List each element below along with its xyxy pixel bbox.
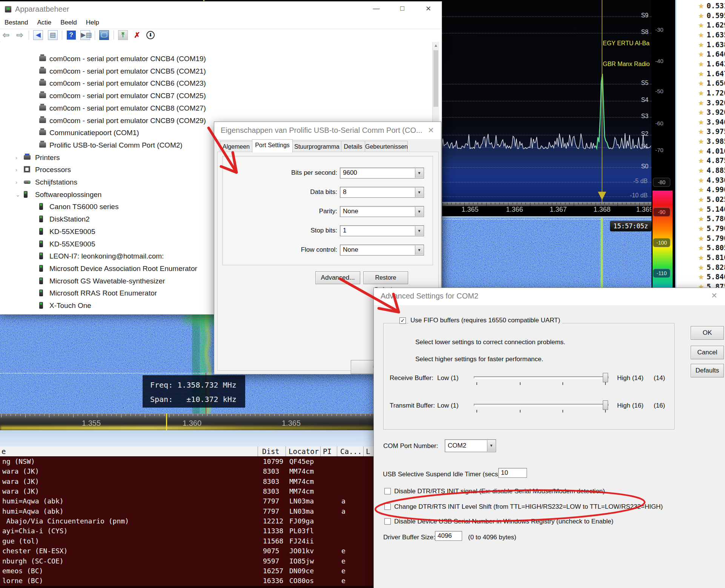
favorite-item[interactable]: ★0.531 [698, 2, 725, 11]
chevron-down-icon[interactable]: ▼ [415, 245, 423, 255]
tree-item-label[interactable]: com0com - serial port emulator CNCB9 (CO… [49, 114, 206, 127]
station-table[interactable]: eDistLocatorPICa...L ng (NSW)10799QF45ep… [0, 446, 373, 588]
table-row[interactable]: chester (EN-ESX)9075JO01kve [0, 546, 373, 556]
favorite-item[interactable]: ★1.640 [698, 50, 725, 60]
table-row[interactable]: wara (JK)8303MM74cm [0, 476, 373, 487]
table-row[interactable]: humi=Aqwa (abk)7797LN03maa [0, 506, 373, 517]
tab-stuurprogramma[interactable]: Stuurprogramma [292, 141, 341, 152]
forward-icon[interactable]: ⇨ [15, 31, 24, 40]
tuning-line[interactable] [602, 0, 602, 202]
stop-bits-combo[interactable]: 1▼ [340, 225, 424, 236]
tree-item-label[interactable]: Canon TS6000 series [49, 200, 118, 213]
advanced-button[interactable]: Advanced... [315, 271, 360, 284]
tree-item[interactable]: com0com - serial port emulator CNCB7 (CO… [0, 89, 430, 102]
table-header[interactable]: eDistLocatorPICa...L [0, 446, 373, 457]
tree-item-label[interactable]: DiskStation2 [49, 213, 90, 225]
favorite-item[interactable]: ★4.010 [698, 147, 725, 157]
favorite-item[interactable]: ★3.975 [698, 127, 725, 137]
tab-algemeen[interactable]: Algemeen [220, 141, 252, 152]
freq-scale-left[interactable]: 1.3551.3601.365 [0, 414, 373, 430]
export-icon[interactable]: ▶▤ [80, 30, 90, 40]
favorite-item[interactable]: ★4.885 [698, 166, 725, 176]
favorite-item[interactable]: ★5.810 [698, 253, 725, 263]
favorite-item[interactable]: ★3.985 [698, 137, 725, 147]
maximize-button[interactable]: □ [394, 5, 411, 12]
option-checkbox[interactable] [384, 503, 391, 510]
favorite-item[interactable]: ★1.656 [698, 79, 725, 89]
tree-item-label[interactable]: KD-55XE9005 [49, 238, 95, 250]
adv-defaults-button[interactable]: Defaults [691, 364, 724, 377]
table-row[interactable]: ng (NSW)10799QF45ep [0, 456, 373, 467]
data-bits-combo[interactable]: 8▼ [340, 187, 424, 198]
transmit-buffer-slider[interactable] [474, 404, 608, 406]
favorite-item[interactable]: ★5.790 [698, 234, 725, 244]
com-port-combo[interactable]: COM2 ▼ [445, 439, 496, 452]
favorite-item[interactable]: ★1.647 [698, 69, 725, 79]
remote-monitor-icon[interactable]: 🖵 [99, 30, 109, 40]
tree-item-label[interactable]: com0com - serial port emulator CNCB7 (CO… [49, 89, 206, 102]
tree-expander-icon[interactable]: › [15, 163, 17, 176]
favorite-item[interactable]: ★5.025 [698, 195, 725, 205]
favorite-item[interactable]: ★5.828 [698, 263, 725, 273]
tab-port-settings[interactable]: Port Settings [252, 139, 293, 152]
scroll-thumb[interactable] [433, 50, 438, 107]
props-close-icon[interactable]: ✕ [428, 126, 434, 135]
tree-item-label[interactable]: Prolific USB-to-Serial Comm Port (COM2) [49, 139, 183, 151]
favorite-item[interactable]: ★4.875 [698, 156, 725, 166]
favorite-item[interactable]: ★5.805 [698, 243, 725, 253]
chevron-down-icon[interactable]: ▼ [487, 440, 495, 451]
tree-expander-icon[interactable]: › [15, 151, 17, 164]
sdr-spectrum-panel[interactable]: S9S8S5S4S3S2S1S0 -5 dB-10 dB EGY ERTU Al… [442, 0, 651, 202]
table-row[interactable]: wara (JK)8303MM74cm [0, 466, 373, 477]
receive-slider-thumb[interactable] [603, 373, 608, 382]
tree-item-label[interactable]: com0com - serial port emulator CNCB8 (CO… [49, 102, 206, 114]
tab-details[interactable]: Details [341, 141, 365, 152]
option-checkbox[interactable] [384, 518, 391, 525]
tree-item-label[interactable]: Printers [35, 151, 60, 164]
column-header[interactable]: e [2, 447, 6, 456]
table-row[interactable]: ayi=Chia-i (CYS)11338PL03fl [0, 526, 373, 536]
menu-item-beeld[interactable]: Beeld [56, 17, 81, 28]
receive-buffer-slider[interactable] [474, 376, 608, 379]
adv-close-icon[interactable]: ✕ [711, 291, 717, 300]
favorite-item[interactable]: ★5.790 [698, 224, 725, 234]
favorite-item[interactable]: ★3.920 [698, 99, 725, 108]
waterfall-right[interactable]: 15:57:05z [442, 218, 651, 292]
disable-device-icon[interactable]: ⬇ [146, 31, 155, 39]
restore-defaults-button[interactable]: Restore Defaults [363, 271, 408, 284]
tab-gebeurtenissen[interactable]: Gebeurtenissen [365, 141, 408, 152]
column-header[interactable]: Locator [289, 447, 319, 456]
favorite-item[interactable]: ★4.990 [698, 185, 725, 195]
tree-item-label[interactable]: com0com - serial port emulator CNCB5 (CO… [49, 65, 206, 77]
tree-item-label[interactable]: LEON-I7: leonkoning@hotmail.com: [49, 250, 164, 262]
uninstall-device-icon[interactable]: ✗ [132, 31, 141, 40]
console-icon[interactable]: ◀ [33, 30, 43, 40]
tree-item-label[interactable]: com0com - serial port emulator CNCB4 (CO… [49, 52, 206, 65]
table-row[interactable]: nburgh (SC-COE)9597IO85jwe [0, 556, 373, 566]
tree-item[interactable]: com0com - serial port emulator CNCB8 (CO… [0, 102, 430, 114]
tree-item-label[interactable]: Microsoft GS Wavetable-synthesizer [49, 275, 165, 287]
tree-item-label[interactable]: Schijfstations [35, 176, 77, 188]
freq-scale-right[interactable]: 1.3651.3661.3671.3681.369 [442, 202, 651, 216]
menu-item-help[interactable]: Help [81, 17, 104, 28]
tree-item[interactable]: com0com - serial port emulator CNCB4 (CO… [0, 52, 430, 65]
favorite-item[interactable]: ★1.638 [698, 40, 725, 50]
update-driver-icon[interactable]: ⤒ [118, 30, 128, 40]
driver-buffer-input[interactable]: 4096 [435, 531, 462, 541]
chevron-down-icon[interactable]: ▼ [415, 226, 423, 236]
favorite-item[interactable]: ★5.780 [698, 214, 725, 224]
back-icon[interactable]: ⇦ [2, 31, 11, 40]
table-row[interactable]: wara (JK)8303MM74cm [0, 486, 373, 497]
tree-item-label[interactable]: Communicatiepoort (COM1) [49, 126, 139, 139]
chevron-down-icon[interactable]: ▼ [415, 207, 423, 216]
chevron-down-icon[interactable]: ▼ [415, 168, 423, 178]
favorite-item[interactable]: ★3.940 [698, 118, 725, 128]
tree-expander-icon[interactable]: ⌄ [15, 188, 20, 201]
favorite-item[interactable]: ★5.140 [698, 205, 725, 215]
favorite-item[interactable]: ★1.643 [698, 60, 725, 69]
menu-item-bestand[interactable]: Bestand [0, 17, 32, 28]
favorites-panel[interactable]: ★0.531★0.595★1.629★1.635★1.638★1.640★1.6… [675, 0, 725, 292]
menu-item-actie[interactable]: Actie [32, 17, 56, 28]
tree-item-label[interactable]: Microsoft RRAS Root Enumerator [49, 287, 157, 299]
flow-control-combo[interactable]: None▼ [340, 245, 424, 256]
